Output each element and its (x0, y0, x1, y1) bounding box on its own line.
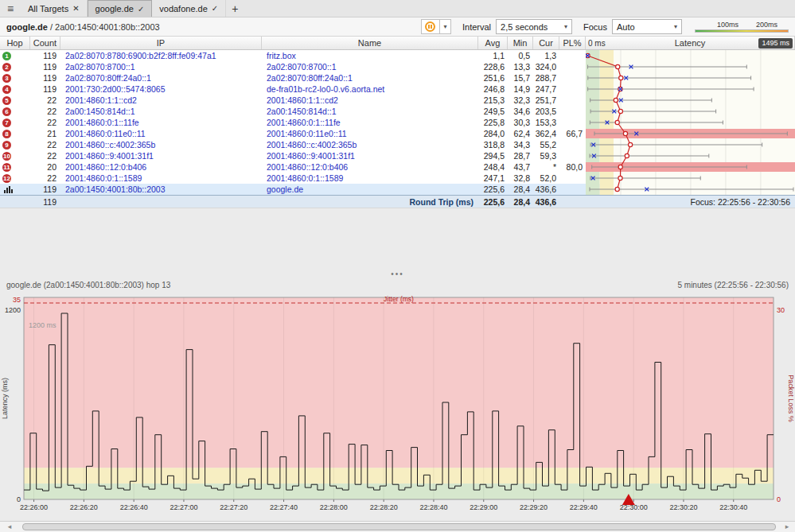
scrollbar-thumb[interactable] (22, 523, 776, 530)
hop-avg: 284,0 (478, 128, 508, 139)
round-trip-cur: 436,6 (533, 196, 559, 208)
scroll-left-icon[interactable]: ◂ (3, 522, 16, 532)
hop-packet-loss (559, 72, 586, 83)
column-header-hop[interactable]: Hop (0, 37, 30, 49)
latency-axis-max-badge: 1495 ms (758, 38, 793, 49)
hop-packet-loss (559, 117, 586, 128)
column-header-name[interactable]: Name (262, 37, 478, 49)
interval-label: Interval (462, 22, 491, 32)
hop-name: 2a00:1450:814d::1 (262, 106, 478, 117)
hop-avg: 225,6 (478, 184, 508, 195)
hop-cell: 3 (0, 72, 30, 83)
focus-label: Focus (583, 22, 607, 32)
focus-select[interactable]: Auto ▾ (612, 19, 682, 34)
hop-avg: 225,8 (478, 117, 508, 128)
hop-cell: 6 (0, 106, 30, 117)
hop-count: 22 (30, 117, 60, 128)
tab-vodafone-de[interactable]: vodafone.de✓ (152, 0, 226, 17)
hop-ip: 2001:4860:0:11e0::11 (60, 128, 262, 139)
hop-name: 2001:4860:0:11e0::11 (262, 128, 478, 139)
column-header-avg[interactable]: Avg (478, 37, 508, 49)
hop-avg: 251,6 (478, 72, 508, 83)
hop-cur: 436,6 (533, 184, 559, 195)
svg-text:22:29:40: 22:29:40 (570, 503, 598, 511)
focus-value: Auto (617, 22, 635, 32)
pause-button[interactable] (421, 19, 440, 34)
hop-cur: 52,0 (533, 173, 559, 184)
hop-number-badge: 11 (2, 163, 11, 172)
hop-ip: 2001:4860::c:4002:365b (60, 139, 262, 150)
hop-name: 2a02:8070:80ff:24a0::1 (262, 72, 478, 83)
hop-count: 22 (30, 150, 60, 161)
target-name: google.de (6, 22, 48, 32)
hop-min: 14,9 (508, 83, 533, 95)
timeline-panel: google.de (2a00:1450:4001:80b::2003) hop… (0, 280, 795, 521)
svg-text:30: 30 (777, 306, 785, 314)
column-header-latency[interactable]: 0 ms Latency 1495 ms (586, 37, 795, 49)
hop-name: google.de (262, 184, 478, 195)
tab-google-de[interactable]: google.de✓ (88, 0, 153, 17)
hop-name: 2001:4860::9:4001:31f1 (262, 150, 478, 161)
hop-cell: 1 (0, 50, 30, 61)
legend-100ms-label: 100ms (717, 21, 738, 29)
tab-all-targets[interactable]: All Targets✕ (21, 0, 88, 17)
hop-number-badge: 2 (2, 63, 11, 72)
hop-grid: Hop Count IP Name Avg Min Cur PL% 0 ms L… (0, 37, 795, 208)
menu-icon[interactable]: ≡ (0, 0, 21, 17)
hop-count: 22 (30, 173, 60, 184)
svg-text:22:27:20: 22:27:20 (220, 503, 247, 511)
tab-close-icon[interactable]: ✕ (72, 4, 79, 13)
hop-min: 62,4 (508, 128, 533, 139)
hop-ip: 2a00:1450:814d::1 (60, 106, 262, 117)
focus-range-label: Focus: 22:25:56 - 22:30:56 (586, 196, 795, 208)
hop-ip: 2a00:1450:4001:80b::2003 (60, 184, 262, 195)
scroll-right-icon[interactable]: ▸ (781, 522, 793, 532)
interval-select[interactable]: 2,5 seconds ▾ (496, 19, 572, 34)
hop-number-badge: 10 (2, 152, 11, 161)
hop-number-badge: 4 (2, 85, 11, 94)
column-header-ip[interactable]: IP (60, 37, 262, 49)
column-header-min[interactable]: Min (508, 37, 533, 49)
hop-cur: 55,2 (533, 139, 559, 150)
timeline-title: google.de (2a00:1450:4001:80b::2003) hop… (6, 280, 170, 291)
hop-ip: 2a02:8070:80ff:24a0::1 (60, 72, 262, 83)
timeline-header: google.de (2a00:1450:4001:80b::2003) hop… (0, 280, 795, 291)
hop-count: 20 (30, 161, 60, 173)
hop-cell: 12 (0, 173, 30, 184)
hop-min: 34,6 (508, 106, 533, 117)
round-trip-pl (559, 196, 586, 208)
grid-header: Hop Count IP Name Avg Min Cur PL% 0 ms L… (0, 37, 795, 50)
tab-check-icon[interactable]: ✓ (212, 4, 218, 13)
add-target-button[interactable]: + (226, 0, 244, 17)
splitter-handle[interactable]: ••• (391, 270, 404, 278)
hop-count: 22 (30, 106, 60, 117)
hop-cur: 362,4 (533, 128, 559, 139)
hop-cur: * (533, 161, 559, 173)
hop-count: 119 (30, 83, 60, 95)
hop-number-badge: 3 (2, 74, 11, 83)
latency-column-title: Latency (675, 38, 706, 48)
hop-ip: 2001:4860::12:0:b406 (60, 161, 262, 173)
hop-cell: 2 (0, 61, 30, 72)
column-header-pl[interactable]: PL% (559, 37, 586, 49)
column-header-cur[interactable]: Cur (533, 37, 559, 49)
hop-count: 119 (30, 184, 60, 195)
tab-check-icon[interactable]: ✓ (138, 5, 144, 14)
summary-hop-cell (0, 196, 30, 208)
horizontal-scrollbar[interactable]: ◂ ▸ (0, 521, 795, 532)
tab-bar: ≡ All Targets✕google.de✓vodafone.de✓ + (0, 0, 795, 17)
hop-name: de-fra01b-rc2-lo0-0.v6.aorta.net (262, 83, 478, 95)
hop-packet-loss (559, 184, 586, 195)
hop-avg: 294,5 (478, 150, 508, 161)
hop-avg: 215,3 (478, 95, 508, 106)
timeline-chart[interactable]: 22:26:0022:26:2022:26:4022:27:0022:27:20… (0, 291, 795, 521)
hop-min: 0,5 (508, 50, 533, 61)
hop-name: 2001:4860::c:4002:365b (262, 139, 478, 150)
svg-text:0: 0 (777, 495, 781, 503)
svg-text:0: 0 (17, 495, 21, 503)
hop-avg: 248,4 (478, 161, 508, 173)
hop-count: 21 (30, 128, 60, 139)
pause-dropdown-button[interactable]: ▾ (440, 19, 451, 34)
hop-number-badge: 1 (2, 52, 11, 60)
column-header-count[interactable]: Count (30, 37, 60, 49)
